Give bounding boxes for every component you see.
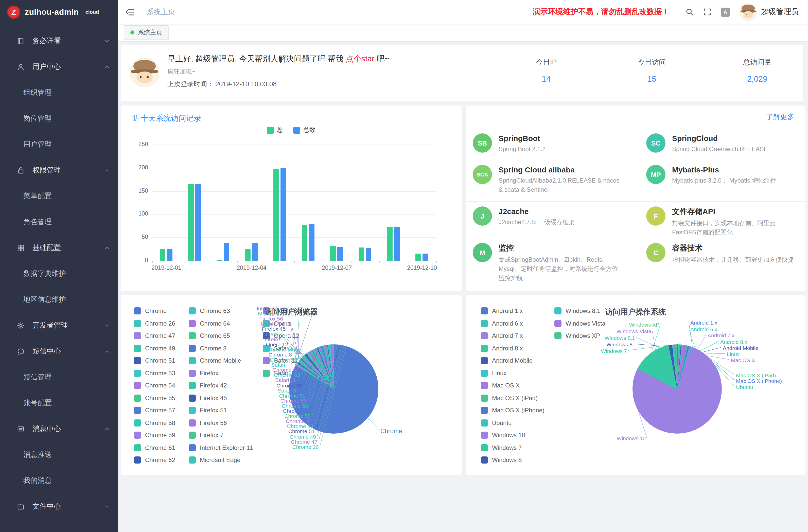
module-desc: 封装文件接口，实现本地存储、阿里云、FastDFS存储的配置化 bbox=[672, 219, 796, 237]
legend-label: Chrome 53 bbox=[145, 369, 175, 377]
legend-item[interactable]: Mac OS X (iPhone) bbox=[481, 407, 545, 414]
legend-item[interactable]: Windows 7 bbox=[481, 444, 522, 451]
sidebar-subitem[interactable]: 角色管理 bbox=[0, 209, 118, 235]
legend-item[interactable]: Chrome 49 bbox=[134, 345, 175, 352]
legend-label: Chrome 59 bbox=[145, 432, 175, 439]
legend-item[interactable]: Chrome Mobile bbox=[189, 357, 241, 364]
star-link[interactable]: 点个star bbox=[346, 54, 374, 63]
sidebar-subitem[interactable]: 数据字典维护 bbox=[0, 261, 118, 287]
sidebar-subitem[interactable]: 用户管理 bbox=[0, 131, 118, 157]
folder-icon bbox=[17, 502, 25, 511]
user-avatar[interactable] bbox=[739, 3, 757, 20]
sidebar-subitem[interactable]: 账号配置 bbox=[0, 390, 118, 416]
legend-swatch bbox=[481, 456, 488, 463]
sidebar-subitem[interactable]: 组织管理 bbox=[0, 80, 118, 106]
sidebar-subitem[interactable]: 短信管理 bbox=[0, 364, 118, 390]
legend-swatch bbox=[134, 320, 141, 327]
breadcrumb[interactable]: 系统主页 bbox=[147, 7, 175, 17]
sidebar-subitem[interactable]: 地区信息维护 bbox=[0, 287, 118, 312]
legend-label: Chrome 55 bbox=[145, 394, 175, 401]
legend-item[interactable]: Chrome 58 bbox=[134, 419, 175, 426]
pie-callout-label: Android Mobile bbox=[723, 345, 758, 351]
legend-swatch bbox=[263, 357, 270, 364]
legend-item[interactable]: Firefox 56 bbox=[189, 419, 227, 426]
callout-line bbox=[704, 353, 725, 354]
legend-item[interactable]: Mac OS X bbox=[481, 382, 520, 389]
stat-today-ip: 今日IP 14 bbox=[511, 58, 582, 84]
legend-label: Firefox 51 bbox=[200, 407, 227, 414]
sidebar-item[interactable]: 文件中心 bbox=[0, 493, 118, 519]
x-axis-tick bbox=[181, 261, 181, 263]
sidebar-item[interactable]: 短信中心 bbox=[0, 338, 118, 364]
legend-item[interactable]: Chrome 64 bbox=[189, 320, 230, 327]
legend-item[interactable]: Chrome 59 bbox=[134, 432, 175, 439]
sidebar-subitem[interactable]: 消息推送 bbox=[0, 442, 118, 467]
legend-item[interactable]: Firefox 7 bbox=[189, 432, 223, 439]
legend-item[interactable]: Chrome 26 bbox=[134, 320, 175, 327]
legend-item[interactable]: Ubuntu bbox=[481, 419, 512, 426]
legend-item[interactable]: Windows Vista bbox=[554, 320, 605, 327]
legend-item[interactable]: Chrome 53 bbox=[134, 369, 175, 377]
tab-home[interactable]: 系统主页 bbox=[124, 25, 169, 40]
legend-item-you[interactable]: 您 bbox=[267, 126, 283, 134]
legend-item[interactable]: Chrome 47 bbox=[134, 332, 175, 339]
legend-item[interactable]: Chrome 8 bbox=[189, 345, 226, 352]
sidebar-item-label: 基础配置 bbox=[33, 243, 104, 252]
legend-item[interactable]: Android Mobile bbox=[481, 357, 533, 364]
legend-item[interactable]: Linux bbox=[481, 369, 507, 377]
legend-item[interactable]: Firefox 45 bbox=[189, 394, 227, 401]
sidebar-item[interactable]: 开发者管理 bbox=[0, 312, 118, 338]
legend-item[interactable]: Windows 10 bbox=[481, 432, 525, 439]
module-title: 文件存储API bbox=[672, 207, 796, 217]
sidebar-collapse-icon[interactable] bbox=[125, 7, 134, 17]
stat-value[interactable]: 14 bbox=[511, 75, 582, 84]
y-axis-label: 50 bbox=[131, 234, 148, 240]
font-size-icon[interactable]: A bbox=[721, 7, 730, 17]
stat-label: 今日IP bbox=[511, 58, 582, 67]
search-icon[interactable] bbox=[685, 7, 694, 16]
module-text: SpringCloudSpring Cloud Greenwich.RELEAS… bbox=[672, 133, 768, 154]
legend-item[interactable]: Windows XP bbox=[554, 332, 600, 339]
legend-item[interactable]: Internet Explorer 11 bbox=[189, 444, 253, 451]
os-pie[interactable] bbox=[632, 344, 722, 434]
sidebar-item[interactable]: 用户中心 bbox=[0, 54, 118, 80]
fullscreen-icon[interactable] bbox=[703, 7, 712, 16]
legend-item[interactable]: Windows 8 bbox=[481, 456, 522, 463]
sidebar-item[interactable]: 基础配置 bbox=[0, 235, 118, 261]
sidebar-item[interactable]: 权限管理 bbox=[0, 157, 118, 183]
legend-item[interactable]: Android 7.x bbox=[481, 332, 523, 339]
legend-item[interactable]: Chrome 61 bbox=[134, 444, 175, 451]
legend-item[interactable]: Firefox 42 bbox=[189, 382, 227, 389]
module-text: J2cacheJ2cache2.7.8: 二级缓存框架 bbox=[499, 206, 575, 227]
learn-more-link[interactable]: 了解更多 bbox=[766, 113, 794, 122]
legend-item[interactable]: Chrome 51 bbox=[134, 357, 175, 364]
legend-swatch bbox=[293, 127, 300, 134]
legend-item[interactable]: Chrome 57 bbox=[134, 407, 175, 414]
legend-item[interactable]: Firefox 51 bbox=[189, 407, 227, 414]
logo[interactable]: Z zuihou-admin cloud bbox=[0, 0, 118, 24]
legend-item[interactable]: Microsoft Edge bbox=[189, 456, 240, 463]
legend-item[interactable]: Firefox bbox=[189, 369, 218, 377]
sidebar-item[interactable]: 务必详看 bbox=[0, 28, 118, 54]
sidebar-subitem[interactable]: 我的消息 bbox=[0, 467, 118, 493]
legend-item[interactable]: Mac OS X (iPad) bbox=[481, 394, 538, 401]
legend-item[interactable]: Chrome 55 bbox=[134, 394, 175, 401]
legend-item-total[interactable]: 总数 bbox=[293, 126, 315, 134]
legend-swatch bbox=[481, 419, 488, 426]
pie-callout-label: Android 1.x bbox=[690, 319, 717, 326]
sidebar-item[interactable]: 消息中心 bbox=[0, 416, 118, 442]
legend-swatch bbox=[134, 407, 141, 414]
sidebar-subitem[interactable]: 岗位管理 bbox=[0, 106, 118, 131]
legend-item[interactable]: Chrome 54 bbox=[134, 382, 175, 389]
legend-item[interactable]: Android 6.x bbox=[481, 320, 523, 327]
bar-total bbox=[337, 247, 343, 261]
stat-value[interactable]: 2,029 bbox=[722, 75, 793, 84]
legend-item[interactable]: Android 8.x bbox=[481, 345, 523, 352]
legend-item[interactable]: Chrome 65 bbox=[189, 332, 230, 339]
current-user-name[interactable]: 超级管理员 bbox=[761, 7, 799, 17]
sidebar-subitem[interactable]: 菜单配置 bbox=[0, 183, 118, 209]
legend-swatch bbox=[481, 345, 488, 352]
bar-you bbox=[245, 249, 251, 261]
stat-value[interactable]: 15 bbox=[616, 75, 687, 84]
legend-item[interactable]: Chrome 62 bbox=[134, 456, 175, 463]
